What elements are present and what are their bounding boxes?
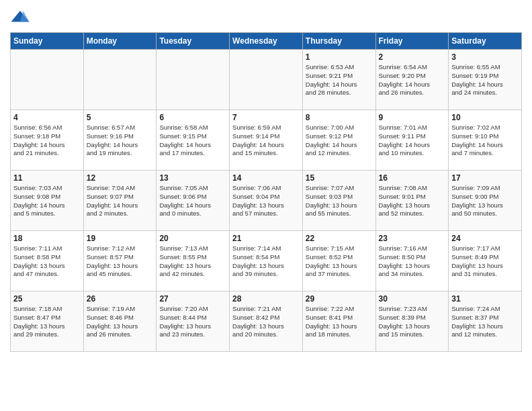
day-number: 20 xyxy=(159,234,226,243)
calendar-cell: 23Sunrise: 7:16 AM Sunset: 8:50 PM Dayli… xyxy=(375,231,449,291)
day-info: Sunrise: 6:57 AM Sunset: 9:16 PM Dayligh… xyxy=(87,124,154,158)
day-number: 8 xyxy=(306,113,373,122)
day-info: Sunrise: 7:21 AM Sunset: 8:42 PM Dayligh… xyxy=(232,305,300,339)
calendar-cell: 14Sunrise: 7:06 AM Sunset: 9:04 PM Dayli… xyxy=(230,171,303,231)
day-info: Sunrise: 7:16 AM Sunset: 8:50 PM Dayligh… xyxy=(379,244,446,279)
day-number: 6 xyxy=(159,113,226,122)
day-number: 13 xyxy=(159,173,226,183)
day-info: Sunrise: 7:15 AM Sunset: 8:52 PM Dayligh… xyxy=(306,244,373,279)
logo xyxy=(10,7,33,27)
day-info: Sunrise: 7:17 AM Sunset: 8:49 PM Dayligh… xyxy=(451,244,519,279)
calendar-cell: 28Sunrise: 7:21 AM Sunset: 8:42 PM Dayli… xyxy=(230,291,303,352)
calendar-cell xyxy=(11,50,84,110)
day-number: 2 xyxy=(379,52,446,62)
header-wednesday: Wednesday xyxy=(230,33,303,50)
day-number: 28 xyxy=(232,294,300,304)
day-info: Sunrise: 7:14 AM Sunset: 8:54 PM Dayligh… xyxy=(232,244,300,279)
day-number: 5 xyxy=(87,113,154,122)
day-number: 1 xyxy=(306,52,373,62)
day-info: Sunrise: 7:01 AM Sunset: 9:11 PM Dayligh… xyxy=(379,124,446,158)
calendar-cell: 20Sunrise: 7:13 AM Sunset: 8:55 PM Dayli… xyxy=(157,231,230,291)
day-number: 22 xyxy=(306,234,373,243)
calendar-header-row: SundayMondayTuesdayWednesdayThursdayFrid… xyxy=(11,33,522,50)
day-number: 17 xyxy=(451,173,519,183)
day-info: Sunrise: 7:05 AM Sunset: 9:06 PM Dayligh… xyxy=(159,184,226,218)
header-tuesday: Tuesday xyxy=(157,33,230,50)
header-monday: Monday xyxy=(83,33,157,50)
week-row-5: 25Sunrise: 7:18 AM Sunset: 8:47 PM Dayli… xyxy=(11,291,522,352)
day-info: Sunrise: 7:22 AM Sunset: 8:41 PM Dayligh… xyxy=(306,305,373,339)
day-number: 18 xyxy=(13,234,81,243)
day-info: Sunrise: 6:56 AM Sunset: 9:18 PM Dayligh… xyxy=(13,124,81,158)
day-number: 15 xyxy=(306,173,373,183)
calendar-cell: 22Sunrise: 7:15 AM Sunset: 8:52 PM Dayli… xyxy=(302,231,375,291)
day-number: 19 xyxy=(87,234,154,243)
calendar-cell: 27Sunrise: 7:20 AM Sunset: 8:44 PM Dayli… xyxy=(157,291,230,352)
header-thursday: Thursday xyxy=(302,33,375,50)
calendar-cell: 13Sunrise: 7:05 AM Sunset: 9:06 PM Dayli… xyxy=(157,171,230,231)
header-saturday: Saturday xyxy=(449,33,522,50)
day-info: Sunrise: 7:24 AM Sunset: 8:37 PM Dayligh… xyxy=(451,305,519,339)
calendar-cell: 17Sunrise: 7:09 AM Sunset: 9:00 PM Dayli… xyxy=(449,171,522,231)
calendar-cell: 21Sunrise: 7:14 AM Sunset: 8:54 PM Dayli… xyxy=(230,231,303,291)
day-info: Sunrise: 7:12 AM Sunset: 8:57 PM Dayligh… xyxy=(87,244,154,279)
day-number: 7 xyxy=(232,113,300,122)
calendar-cell: 19Sunrise: 7:12 AM Sunset: 8:57 PM Dayli… xyxy=(83,231,157,291)
day-info: Sunrise: 6:55 AM Sunset: 9:19 PM Dayligh… xyxy=(451,63,519,97)
day-info: Sunrise: 7:07 AM Sunset: 9:03 PM Dayligh… xyxy=(306,184,373,218)
day-number: 23 xyxy=(379,234,446,243)
day-number: 27 xyxy=(159,294,226,304)
day-info: Sunrise: 7:02 AM Sunset: 9:10 PM Dayligh… xyxy=(451,124,519,158)
day-info: Sunrise: 7:04 AM Sunset: 9:07 PM Dayligh… xyxy=(87,184,154,218)
day-info: Sunrise: 7:20 AM Sunset: 8:44 PM Dayligh… xyxy=(159,305,226,339)
day-number: 10 xyxy=(451,113,519,122)
calendar-cell: 5Sunrise: 6:57 AM Sunset: 9:16 PM Daylig… xyxy=(83,110,157,171)
calendar-table: SundayMondayTuesdayWednesdayThursdayFrid… xyxy=(10,32,522,352)
day-info: Sunrise: 6:59 AM Sunset: 9:14 PM Dayligh… xyxy=(232,124,300,158)
calendar-cell: 26Sunrise: 7:19 AM Sunset: 8:46 PM Dayli… xyxy=(83,291,157,352)
calendar-cell: 16Sunrise: 7:08 AM Sunset: 9:01 PM Dayli… xyxy=(375,171,449,231)
calendar-cell xyxy=(157,50,230,110)
day-info: Sunrise: 6:53 AM Sunset: 9:21 PM Dayligh… xyxy=(306,63,373,97)
week-row-2: 4Sunrise: 6:56 AM Sunset: 9:18 PM Daylig… xyxy=(11,110,522,171)
week-row-4: 18Sunrise: 7:11 AM Sunset: 8:58 PM Dayli… xyxy=(11,231,522,291)
day-number: 16 xyxy=(379,173,446,183)
day-number: 26 xyxy=(87,294,154,304)
day-info: Sunrise: 7:00 AM Sunset: 9:12 PM Dayligh… xyxy=(306,124,373,158)
calendar-cell: 4Sunrise: 6:56 AM Sunset: 9:18 PM Daylig… xyxy=(11,110,84,171)
header-friday: Friday xyxy=(375,33,449,50)
day-info: Sunrise: 6:58 AM Sunset: 9:15 PM Dayligh… xyxy=(159,124,226,158)
day-number: 12 xyxy=(87,173,154,183)
day-number: 24 xyxy=(451,234,519,243)
day-number: 25 xyxy=(13,294,81,304)
calendar-cell xyxy=(83,50,157,110)
week-row-3: 11Sunrise: 7:03 AM Sunset: 9:08 PM Dayli… xyxy=(11,171,522,231)
calendar-cell: 31Sunrise: 7:24 AM Sunset: 8:37 PM Dayli… xyxy=(449,291,522,352)
day-info: Sunrise: 7:11 AM Sunset: 8:58 PM Dayligh… xyxy=(13,244,81,279)
day-info: Sunrise: 7:18 AM Sunset: 8:47 PM Dayligh… xyxy=(13,305,81,339)
header-sunday: Sunday xyxy=(11,33,84,50)
calendar-cell: 8Sunrise: 7:00 AM Sunset: 9:12 PM Daylig… xyxy=(302,110,375,171)
calendar-cell: 2Sunrise: 6:54 AM Sunset: 9:20 PM Daylig… xyxy=(375,50,449,110)
day-number: 14 xyxy=(232,173,300,183)
day-number: 21 xyxy=(232,234,300,243)
calendar-cell xyxy=(230,50,303,110)
day-number: 29 xyxy=(306,294,373,304)
calendar-cell: 3Sunrise: 6:55 AM Sunset: 9:19 PM Daylig… xyxy=(449,50,522,110)
day-info: Sunrise: 7:13 AM Sunset: 8:55 PM Dayligh… xyxy=(159,244,226,279)
calendar-cell: 29Sunrise: 7:22 AM Sunset: 8:41 PM Dayli… xyxy=(302,291,375,352)
calendar-cell: 9Sunrise: 7:01 AM Sunset: 9:11 PM Daylig… xyxy=(375,110,449,171)
day-number: 30 xyxy=(379,294,446,304)
calendar-cell: 12Sunrise: 7:04 AM Sunset: 9:07 PM Dayli… xyxy=(83,171,157,231)
day-info: Sunrise: 7:06 AM Sunset: 9:04 PM Dayligh… xyxy=(232,184,300,218)
day-info: Sunrise: 7:09 AM Sunset: 9:00 PM Dayligh… xyxy=(451,184,519,218)
week-row-1: 1Sunrise: 6:53 AM Sunset: 9:21 PM Daylig… xyxy=(11,50,522,110)
day-info: Sunrise: 7:23 AM Sunset: 8:39 PM Dayligh… xyxy=(379,305,446,339)
calendar-cell: 30Sunrise: 7:23 AM Sunset: 8:39 PM Dayli… xyxy=(375,291,449,352)
calendar-cell: 18Sunrise: 7:11 AM Sunset: 8:58 PM Dayli… xyxy=(11,231,84,291)
calendar-cell: 10Sunrise: 7:02 AM Sunset: 9:10 PM Dayli… xyxy=(449,110,522,171)
calendar-cell: 6Sunrise: 6:58 AM Sunset: 9:15 PM Daylig… xyxy=(157,110,230,171)
calendar-cell: 15Sunrise: 7:07 AM Sunset: 9:03 PM Dayli… xyxy=(302,171,375,231)
calendar-cell: 7Sunrise: 6:59 AM Sunset: 9:14 PM Daylig… xyxy=(230,110,303,171)
day-number: 31 xyxy=(451,294,519,304)
